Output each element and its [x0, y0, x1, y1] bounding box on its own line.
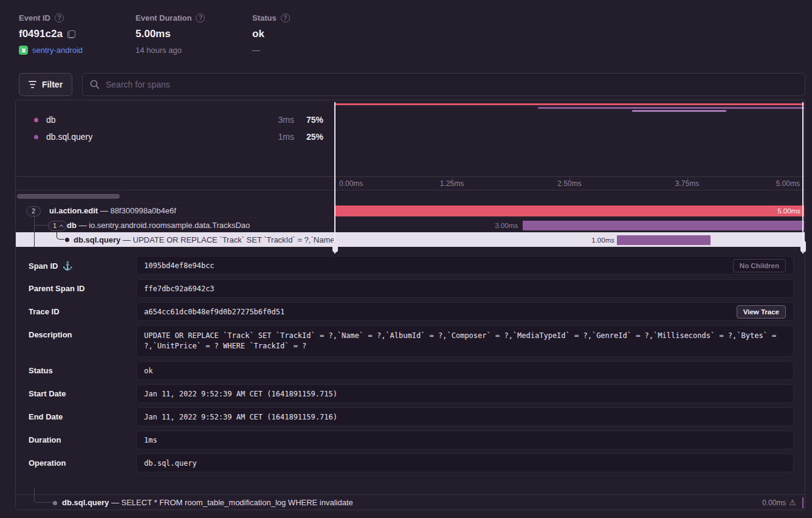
tree-connector: [34, 487, 35, 494]
op-percent: 25%: [294, 132, 323, 142]
view-trace-button[interactable]: View Trace: [737, 305, 786, 319]
detail-row-operation: Operation db.sql.query: [16, 454, 805, 472]
span-tree: 2 ui.action.edit — 88f300998a0b4e6f 5.00…: [16, 203, 805, 247]
chevron-up-icon: [60, 224, 64, 229]
minimap: db 3ms 75% db.sql.query 1ms 25%: [16, 100, 805, 177]
status-detail-value: ok: [144, 367, 153, 375]
span-op: db.sql.query: [74, 235, 120, 244]
help-icon[interactable]: ?: [281, 13, 290, 22]
copy-icon[interactable]: [67, 30, 75, 38]
filter-button[interactable]: Filter: [19, 73, 72, 96]
span-toolbar: Filter: [19, 73, 805, 96]
detail-row-status: Status ok: [16, 361, 805, 380]
event-duration-label: Event Duration: [136, 13, 191, 22]
event-id-label-row: Event ID ?: [19, 13, 136, 22]
op-name: db: [46, 115, 56, 125]
minimap-span-db-sql-query: [632, 110, 726, 112]
help-icon[interactable]: ?: [55, 13, 64, 22]
tree-connector: [34, 215, 35, 232]
event-header: Event ID ? f0491c2a sentry-android Event…: [19, 13, 290, 55]
span-desc: 88f300998a0b4e6f: [110, 206, 176, 215]
minimap-left-handle[interactable]: [334, 102, 335, 254]
tree-connector: [34, 225, 48, 226]
detail-row-parent-span-id: Parent Span ID ffe7dbc92a6942c3: [16, 279, 805, 298]
span-bar: [523, 221, 804, 230]
status-label: Status: [252, 13, 277, 22]
span-desc: UPDATE OR REPLACE `Track` SET `TrackId` …: [133, 235, 334, 244]
timeline-axis: 0.00ms 1.25ms 2.50ms 3.75ms 5.00ms: [334, 178, 805, 190]
status-value: ok: [252, 28, 264, 40]
span-bar-duration: 5.00ms: [777, 207, 800, 215]
span-row-db-sql-query-select[interactable]: db.sql.query — SELECT * FROM room_table_…: [16, 494, 805, 510]
op-duration: 3ms: [263, 115, 294, 125]
end-date-value: Jan 11, 2022 9:52:39 AM CET (1641891159.…: [144, 413, 337, 421]
span-row-db[interactable]: 1 db — io.sentry.android.roomsample.data…: [16, 218, 805, 232]
span-desc: io.sentry.android.roomsample.data.Tracks…: [89, 221, 250, 230]
search-input[interactable]: [106, 80, 797, 89]
event-id-value: f0491c2a: [19, 28, 63, 40]
span-bar-duration: 0.00ms: [762, 495, 786, 511]
tree-connector: [57, 232, 64, 240]
project-link[interactable]: sentry-android: [32, 46, 83, 55]
span-bar-duration: 3.00ms: [487, 218, 518, 233]
minimap-span-db: [538, 107, 804, 109]
minimap-chart[interactable]: [334, 100, 805, 177]
status-sub: —: [252, 46, 260, 55]
scroll-strip: [16, 190, 805, 203]
axis-tick: 3.75ms: [675, 179, 699, 188]
axis-tick: 5.00ms: [776, 179, 800, 188]
axis-tick: 1.25ms: [440, 179, 464, 188]
no-children-button[interactable]: No Children: [733, 259, 786, 272]
axis-tick: 0.00ms: [339, 179, 363, 188]
minimap-span-ui-action-edit: [335, 103, 804, 105]
operation-value: db.sql.query: [144, 459, 197, 468]
event-age: 14 hours ago: [136, 46, 182, 55]
minimap-right-handle[interactable]: [802, 102, 803, 254]
start-date-value: Jan 11, 2022 9:52:39 AM CET (1641891159.…: [144, 390, 337, 398]
span-row-ui-action-edit[interactable]: 2 ui.action.edit — 88f300998a0b4e6f 5.00…: [16, 203, 805, 218]
help-icon[interactable]: ?: [196, 13, 205, 22]
span-bar-duration: 1.00ms: [580, 233, 614, 247]
axis-tick: 2.50ms: [557, 179, 581, 188]
span-search-bar: [82, 73, 805, 96]
tree-connector: [34, 232, 35, 247]
legend-item-db-sql-query[interactable]: db.sql.query 1ms 25%: [16, 128, 334, 145]
detail-row-span-id: Span ID⚓ 1095bd4ef8e94bcc No Children: [16, 256, 805, 275]
legend-item-db[interactable]: db 3ms 75%: [16, 111, 334, 128]
detail-row-start-date: Start Date Jan 11, 2022 9:52:39 AM CET (…: [16, 384, 805, 403]
span-bar: 5.00ms: [334, 205, 804, 216]
op-color-dot: [34, 118, 38, 122]
status-column: Status ? ok —: [252, 13, 290, 55]
search-icon: [90, 80, 100, 89]
tree-connector-dot: [65, 238, 69, 242]
op-percent: 75%: [294, 115, 323, 125]
trace-id-value: a654cc61dc0b48ef9d0b27275b6f0d51: [144, 308, 284, 316]
tree-connector-dot: [53, 501, 57, 505]
span-children-pill[interactable]: 1: [48, 221, 67, 231]
span-id-value: 1095bd4ef8e94bcc: [144, 261, 215, 270]
span-row-db-sql-query-selected[interactable]: db.sql.query — UPDATE OR REPLACE `Track`…: [16, 232, 805, 247]
android-icon: [19, 46, 28, 55]
detail-row-trace-id: Trace ID a654cc61dc0b48ef9d0b27275b6f0d5…: [16, 302, 805, 321]
detail-row-end-date: End Date Jan 11, 2022 9:52:39 AM CET (16…: [16, 407, 805, 426]
event-duration-value: 5.00ms: [136, 28, 171, 40]
event-id-column: Event ID ? f0491c2a sentry-android: [19, 13, 136, 55]
filter-icon: [29, 81, 36, 88]
description-value: UPDATE OR REPLACE `Track` SET `TrackId` …: [144, 331, 786, 351]
warning-icon: ⚠: [789, 495, 796, 511]
span-op: ui.action.edit: [49, 206, 98, 215]
event-duration-column: Event Duration ? 5.00ms 14 hours ago: [136, 13, 252, 55]
tree-connector: [34, 495, 53, 503]
duration-value: 1ms: [144, 436, 157, 444]
op-name: db.sql.query: [46, 132, 92, 142]
span-op: db: [67, 221, 77, 230]
horizontal-scrollbar[interactable]: [17, 194, 120, 199]
op-color-dot: [34, 135, 38, 139]
span-op: db.sql.query: [62, 498, 109, 507]
span-details: Span ID⚓ 1095bd4ef8e94bcc No Children Pa…: [16, 247, 805, 494]
anchor-icon[interactable]: ⚓: [62, 261, 72, 271]
parent-span-id-value: ffe7dbc92a6942c3: [144, 285, 215, 293]
op-duration: 1ms: [263, 132, 294, 142]
zero-duration-marker: [802, 497, 803, 508]
span-children-pill[interactable]: 2: [26, 206, 41, 216]
